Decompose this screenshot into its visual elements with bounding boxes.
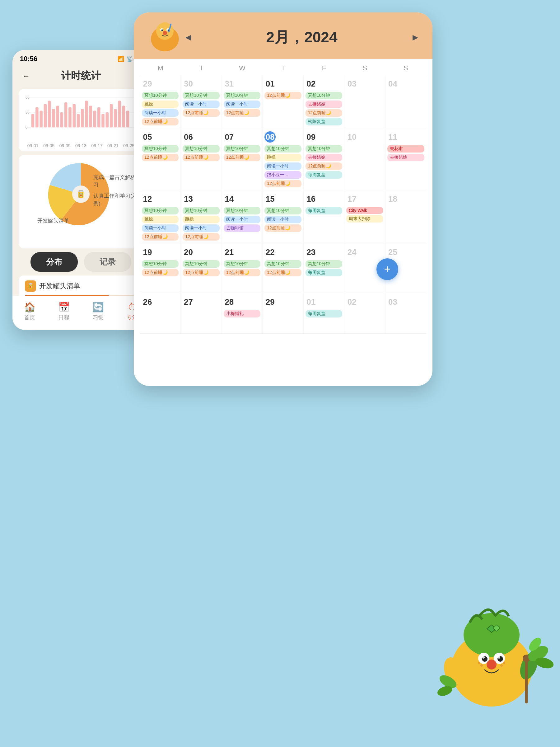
event-pill[interactable]: 冥想10分钟 [224,207,260,214]
event-pill[interactable]: 12点前睡🌙 [305,109,342,117]
event-pill[interactable]: 跳操 [142,216,179,223]
cal-day-06[interactable]: 06 冥想10分钟 12点前睡🌙 [181,128,221,190]
event-pill[interactable]: 去接姥姥 [305,154,342,161]
event-pill[interactable]: 12点前睡🌙 [305,162,342,170]
event-pill[interactable]: 12点前睡🌙 [142,233,179,240]
cal-day-11[interactable]: 11 去花市 去接姥姥 [385,128,426,190]
event-pill[interactable]: 跟小豆一... [264,171,301,179]
tab-distribute[interactable]: 分布 [30,252,78,272]
cal-day-02[interactable]: 02 冥想10分钟 去接姥姥 12点前睡🌙 松陈复盘 [304,75,344,128]
event-pill[interactable]: 去花市 [387,145,424,153]
event-pill[interactable]: 跳操 [142,101,179,108]
event-pill[interactable]: 每周复盘 [305,207,342,214]
cal-day-01-mar[interactable]: 01 每周复盘 [304,293,344,333]
cal-day-04-other[interactable]: 04 [385,75,426,128]
event-pill[interactable]: 跳操 [183,216,219,223]
event-pill[interactable]: 冥想10分钟 [224,260,260,268]
event-pill[interactable]: 冥想10分钟 [305,260,342,268]
event-pill[interactable]: 冥想10分钟 [264,145,301,153]
event-pill[interactable]: 12点前睡🌙 [224,269,260,276]
cal-day-02-mar[interactable]: 02 [344,293,385,333]
event-pill[interactable]: 小梅婚礼 [224,310,260,317]
event-pill[interactable]: 周末大扫除 [346,215,383,223]
cal-day-03-mar[interactable]: 03 [385,293,426,333]
event-pill[interactable]: 阅读一小时 [224,101,260,108]
cal-day-18[interactable]: 18 [385,190,426,243]
tab-record[interactable]: 记录 [84,252,131,272]
event-pill[interactable]: 12点前睡🌙 [183,233,219,240]
event-pill[interactable]: 阅读一小时 [264,162,301,170]
nav-home[interactable]: 🏠 首页 [24,302,35,321]
cal-day-21[interactable]: 21 冥想10分钟 12点前睡🌙 [222,243,263,293]
nav-habit[interactable]: 🔄 习惯 [92,302,104,321]
event-pill[interactable]: 12点前睡🌙 [183,109,219,117]
event-pill[interactable]: 12点前睡🌙 [183,154,219,161]
back-button[interactable]: ← [20,70,32,82]
event-pill[interactable]: 冥想10分钟 [183,260,219,268]
cal-day-26[interactable]: 26 [140,293,181,333]
event-pill[interactable]: 冥想10分钟 [224,145,260,153]
cal-day-22[interactable]: 22 冥想10分钟 12点前睡🌙 [263,243,303,293]
event-pill[interactable]: 阅读一小时 [142,109,179,117]
event-pill[interactable]: 12点前睡🌙 [142,118,179,125]
event-pill[interactable]: 去接姥姥 [387,154,424,161]
event-pill[interactable]: 冥想10分钟 [142,92,179,99]
event-pill[interactable]: 12点前睡🌙 [142,269,179,276]
cal-day-31-jan[interactable]: 31 冥想10分钟 阅读一小时 12点前睡🌙 [222,75,263,128]
cal-day-01[interactable]: 01 12点前睡🌙 [263,75,303,128]
cal-day-20[interactable]: 20 冥想10分钟 12点前睡🌙 [181,243,221,293]
cal-day-16[interactable]: 16 每周复盘 [304,190,344,243]
event-pill[interactable]: 12点前睡🌙 [224,154,260,161]
cal-day-19[interactable]: 19 冥想10分钟 12点前睡🌙 [140,243,181,293]
cal-day-10[interactable]: 10 [344,128,385,190]
cal-day-30-jan[interactable]: 30 冥想10分钟 阅读一小时 12点前睡🌙 [181,75,221,128]
cal-day-12[interactable]: 12 冥想10分钟 跳操 阅读一小时 12点前睡🌙 [140,190,181,243]
cal-day-28[interactable]: 28 小梅婚礼 [222,293,263,333]
event-pill[interactable]: 冥想10分钟 [264,260,301,268]
event-pill[interactable]: 阅读一小时 [142,225,179,232]
event-pill[interactable]: 每周复盘 [305,171,342,179]
next-month-button[interactable]: ► [411,32,420,43]
event-pill[interactable]: 冥想10分钟 [305,92,342,99]
event-pill[interactable]: 阅读一小时 [183,101,219,108]
cal-day-23[interactable]: 23 冥想10分钟 每周复盘 [304,243,344,293]
cal-day-14[interactable]: 14 冥想10分钟 阅读一小时 去咖啡馆 [222,190,263,243]
event-pill[interactable]: 冥想10分钟 [142,260,179,268]
event-pill[interactable]: 松陈复盘 [305,118,342,125]
event-pill[interactable]: 冥想10分钟 [305,145,342,153]
event-pill[interactable]: 阅读一小时 [183,225,219,232]
event-pill[interactable]: 冥想10分钟 [142,207,179,214]
cal-day-08-today[interactable]: 08 冥想10分钟 跳操 阅读一小时 跟小豆一... 12点前睡🌙 [263,128,303,190]
event-pill[interactable]: 每周复盘 [305,310,342,317]
cal-day-29-jan[interactable]: 29 冥想10分钟 跳操 阅读一小时 12点前睡🌙 [140,75,181,128]
cal-day-13[interactable]: 13 冥想10分钟 跳操 阅读一小时 12点前睡🌙 [181,190,221,243]
event-pill[interactable]: 冥想10分钟 [264,207,301,214]
event-pill[interactable]: 12点前睡🌙 [264,269,301,276]
event-pill[interactable]: 冥想10分钟 [183,145,219,153]
nav-schedule[interactable]: 📅 日程 [58,302,70,321]
event-pill[interactable]: 12点前睡🌙 [264,180,301,187]
cal-day-05[interactable]: 05 冥想10分钟 12点前睡🌙 [140,128,181,190]
add-event-button[interactable]: + [376,258,398,280]
cal-day-27[interactable]: 27 [181,293,221,333]
event-pill[interactable]: 冥想10分钟 [224,92,260,99]
event-pill[interactable]: 去咖啡馆 [224,225,260,232]
event-pill[interactable]: 12点前睡🌙 [183,269,219,276]
cal-day-07[interactable]: 07 冥想10分钟 12点前睡🌙 [222,128,263,190]
event-pill[interactable]: 阅读一小时 [264,216,301,223]
event-pill[interactable]: 冥想10分钟 [183,207,219,214]
event-pill-city-walk[interactable]: City Walk [346,207,383,214]
event-pill[interactable]: 12点前睡🌙 [264,92,301,99]
prev-month-button[interactable]: ◄ [184,32,193,43]
event-pill[interactable]: 冥想10分钟 [142,145,179,153]
event-pill[interactable]: 阅读一小时 [224,216,260,223]
cal-day-09[interactable]: 09 冥想10分钟 去接姥姥 12点前睡🌙 每周复盘 [304,128,344,190]
cal-day-17[interactable]: 17 City Walk 周末大扫除 [344,190,385,243]
event-pill[interactable]: 每周复盘 [305,269,342,276]
cal-day-03-other[interactable]: 03 [344,75,385,128]
event-pill[interactable]: 12点前睡🌙 [142,154,179,161]
event-pill[interactable]: 跳操 [264,154,301,161]
cal-day-29-feb[interactable]: 29 [263,293,303,333]
cal-day-15[interactable]: 15 冥想10分钟 阅读一小时 12点前睡🌙 [263,190,303,243]
event-pill[interactable]: 12点前睡🌙 [224,109,260,117]
